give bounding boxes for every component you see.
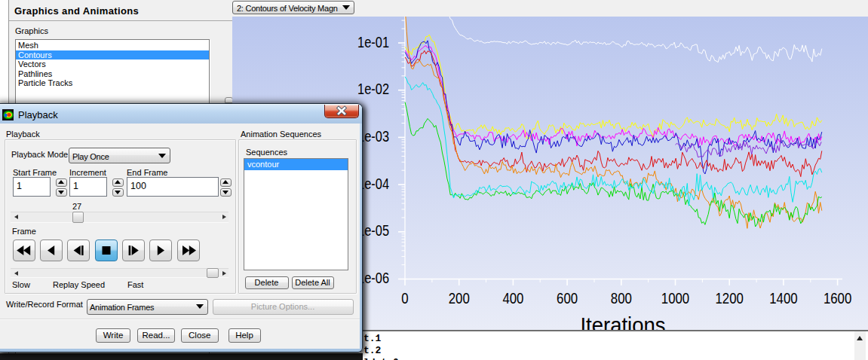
svg-text:1600: 1600 bbox=[824, 290, 851, 307]
svg-text:600: 600 bbox=[557, 290, 578, 307]
svg-text:200: 200 bbox=[449, 290, 470, 307]
svg-text:Iterations: Iterations bbox=[580, 313, 665, 330]
svg-text:1000: 1000 bbox=[661, 290, 689, 307]
svg-text:1e-02: 1e-02 bbox=[357, 80, 389, 97]
svg-text:800: 800 bbox=[611, 290, 632, 307]
svg-text:1400: 1400 bbox=[769, 290, 797, 307]
svg-text:0: 0 bbox=[401, 290, 408, 307]
svg-text:1e-01: 1e-01 bbox=[357, 33, 389, 50]
svg-text:400: 400 bbox=[502, 290, 523, 307]
svg-text:1200: 1200 bbox=[715, 290, 743, 307]
